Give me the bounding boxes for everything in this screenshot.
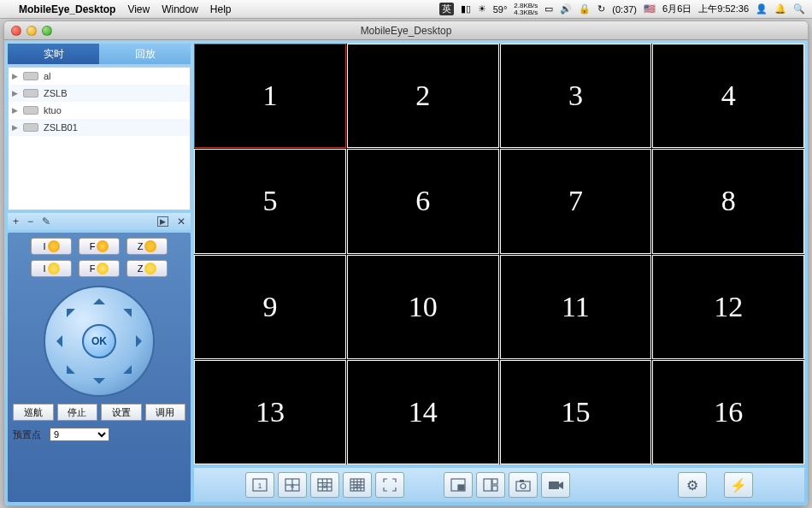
pip-button[interactable] (444, 472, 473, 498)
video-cell[interactable]: 2 (347, 44, 499, 148)
menu-window[interactable]: Window (162, 3, 198, 15)
device-row[interactable]: ▶ktuo (9, 102, 190, 119)
temperature: 59° (493, 4, 508, 15)
focus-near-button[interactable]: F (79, 260, 120, 277)
expand-icon[interactable]: ▶ (12, 106, 18, 115)
video-cell[interactable]: 12 (652, 255, 804, 359)
network-speed: 2.8KB/s 4.3KB/s (514, 3, 538, 16)
user-icon[interactable]: 👤 (756, 3, 768, 15)
preset-select[interactable]: 12345678910 (50, 428, 109, 441)
remove-device-button[interactable]: − (27, 216, 33, 227)
video-cell[interactable]: 11 (500, 255, 652, 359)
video-cell[interactable]: 10 (347, 255, 499, 359)
ptz-ok-button[interactable]: OK (82, 324, 116, 358)
set-button[interactable]: 设置 (101, 404, 142, 421)
window-title: MobileEye_Desktop (4, 25, 808, 37)
app-window: MobileEye_Desktop 实时 回放 ▶al ▶ZSLB ▶ktuo … (3, 21, 809, 506)
video-cell[interactable]: 15 (500, 360, 652, 464)
device-name: ktuo (44, 105, 62, 115)
svg-text:9: 9 (323, 483, 327, 489)
device-name: al (44, 71, 51, 81)
battery-icon[interactable]: ▮▯ (461, 3, 471, 15)
menubar-app-name[interactable]: MobileEye_Desktop (19, 3, 115, 15)
device-list[interactable]: ▶al ▶ZSLB ▶ktuo ▶ZSLB01 (8, 67, 191, 210)
device-name: ZSLB (44, 88, 68, 98)
video-cell[interactable]: 8 (652, 149, 804, 253)
bolt-icon: ⚡ (730, 477, 747, 493)
volume-icon[interactable]: 🔊 (560, 3, 572, 15)
display-icon[interactable]: ▭ (544, 3, 553, 15)
device-row[interactable]: ▶al (9, 68, 190, 85)
edit-device-button[interactable]: ✎ (42, 216, 50, 227)
ptz-up-button[interactable] (93, 292, 105, 304)
video-cell[interactable]: 9 (194, 255, 346, 359)
video-cell[interactable]: 7 (500, 149, 652, 253)
time[interactable]: 上午9:52:36 (698, 3, 749, 15)
video-cell[interactable]: 3 (500, 44, 652, 148)
focus-far-button[interactable]: F (79, 238, 120, 255)
lock-icon[interactable]: 🔒 (579, 3, 591, 15)
stop-button[interactable]: 停止 (57, 404, 98, 421)
iris-close-button[interactable]: I (31, 260, 72, 277)
video-cell[interactable]: 1 (194, 44, 346, 148)
window-titlebar: MobileEye_Desktop (4, 21, 808, 40)
zoom-in-button[interactable]: Z (127, 238, 168, 255)
device-row[interactable]: ▶ZSLB01 (9, 119, 190, 136)
svg-text:1: 1 (257, 481, 262, 490)
notification-icon[interactable]: 🔔 (774, 3, 786, 15)
layout-1-button[interactable]: 1 (245, 472, 274, 498)
add-device-button[interactable]: + (13, 216, 19, 227)
expand-icon[interactable]: ▶ (12, 72, 18, 80)
svg-point-27 (521, 484, 526, 489)
snapshot-button[interactable] (509, 472, 538, 498)
plus-icon (48, 240, 60, 252)
minus-icon (97, 263, 109, 275)
iris-open-button[interactable]: I (31, 238, 72, 255)
video-cell[interactable]: 4 (652, 44, 804, 148)
sync-icon[interactable]: ↻ (597, 3, 605, 15)
layout-4-button[interactable]: 4 (278, 472, 307, 498)
ptz-right-button[interactable] (136, 335, 148, 347)
svg-rect-22 (484, 479, 491, 491)
video-cell[interactable]: 16 (652, 360, 804, 464)
spotlight-icon[interactable]: 🔍 (793, 3, 805, 15)
layout-9-button[interactable]: 9 (310, 472, 339, 498)
layout-16-button[interactable]: 16 (343, 472, 372, 498)
svg-rect-28 (549, 481, 559, 489)
expand-icon[interactable]: ▶ (12, 89, 18, 97)
menu-view[interactable]: View (127, 3, 150, 15)
menu-help[interactable]: Help (210, 3, 232, 15)
ptz-left-button[interactable] (50, 335, 62, 347)
mac-menubar: MobileEye_Desktop View Window Help 英 ▮▯ … (0, 0, 812, 19)
power-button[interactable]: ⚡ (724, 472, 753, 498)
multiview-button[interactable] (476, 472, 505, 498)
svg-rect-21 (458, 485, 464, 490)
ptz-panel: I F Z I F Z (8, 233, 191, 502)
zoom-out-button[interactable]: Z (127, 260, 168, 277)
video-grid: 12345678910111213141516 (194, 44, 804, 464)
settings-button[interactable]: ⚙ (678, 472, 707, 498)
expand-icon[interactable]: ▶ (12, 123, 18, 132)
cruise-button[interactable]: 巡航 (13, 404, 54, 421)
video-cell[interactable]: 13 (194, 360, 346, 464)
ime-indicator[interactable]: 英 (439, 3, 454, 15)
date[interactable]: 6月6日 (662, 3, 691, 15)
call-button[interactable]: 调用 (145, 404, 186, 421)
record-button[interactable] (541, 472, 570, 498)
video-cell[interactable]: 14 (347, 360, 499, 464)
play-all-button[interactable]: ▶ (157, 216, 168, 227)
stop-all-button[interactable]: ✕ (177, 216, 185, 227)
plus-icon (144, 240, 156, 252)
tab-playback[interactable]: 回放 (99, 44, 191, 64)
svg-rect-25 (516, 481, 530, 491)
ptz-down-button[interactable] (93, 378, 105, 390)
tab-live[interactable]: 实时 (8, 44, 99, 64)
device-row[interactable]: ▶ZSLB (9, 85, 190, 102)
minus-icon (48, 263, 60, 275)
flag-icon[interactable]: 🇺🇸 (644, 3, 656, 15)
video-cell[interactable]: 6 (347, 149, 499, 253)
video-cell[interactable]: 5 (194, 149, 346, 253)
main-area: 12345678910111213141516 1 4 9 16 ⚙ (194, 44, 804, 502)
device-name: ZSLB01 (44, 122, 78, 133)
fullscreen-button[interactable] (375, 472, 404, 498)
